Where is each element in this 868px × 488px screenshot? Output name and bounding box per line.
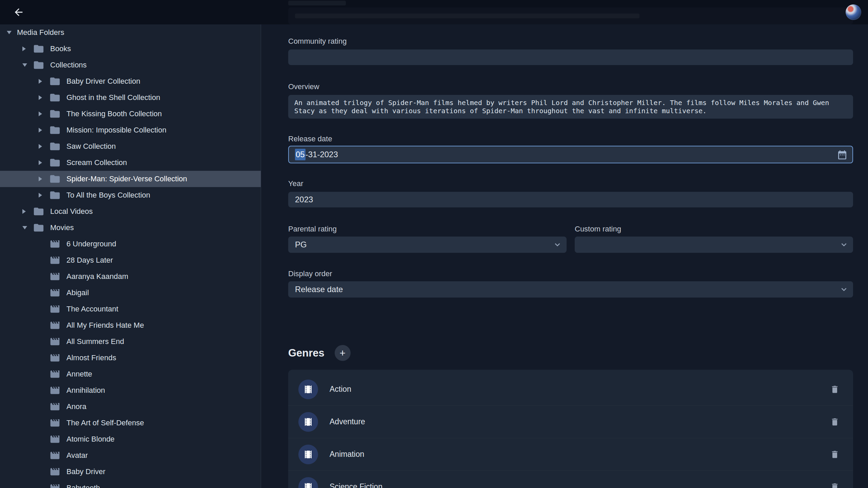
folder-icon (49, 173, 61, 185)
movie-icon (49, 384, 61, 396)
delete-genre-button[interactable] (829, 416, 841, 428)
folder-icon (49, 189, 61, 201)
custom-rating-select[interactable] (575, 237, 853, 253)
tree-item[interactable]: Spider-Man: Spider-Verse Collection (0, 171, 261, 187)
add-genre-button[interactable]: + (335, 345, 351, 361)
tree-item[interactable]: The Art of Self-Defense (0, 415, 261, 431)
tree-item[interactable]: All My Friends Hate Me (0, 317, 261, 333)
tree-item[interactable]: Avatar (0, 447, 261, 464)
genre-label: Action (330, 385, 829, 394)
tree-item[interactable]: To All the Boys Collection (0, 187, 261, 203)
genres-header: Genres + (288, 345, 853, 361)
app-header (0, 0, 868, 24)
arrow-left-icon (13, 6, 24, 18)
tree-item[interactable]: Annette (0, 366, 261, 382)
movie-icon (49, 449, 61, 462)
genres-list: Action Adventure Animation Science Ficti… (288, 370, 853, 488)
expand-caret-icon[interactable] (39, 193, 49, 198)
community-rating-label: Community rating (288, 37, 853, 46)
expand-caret-icon[interactable] (39, 111, 49, 116)
expand-caret-icon[interactable] (7, 31, 17, 34)
calendar-icon[interactable] (837, 149, 848, 162)
theaters-icon (298, 445, 318, 464)
movie-icon (49, 287, 61, 299)
genres-heading: Genres (288, 347, 324, 360)
tree-item[interactable]: Mission: Impossible Collection (0, 122, 261, 138)
tree-item[interactable]: All Summers End (0, 333, 261, 350)
genre-row: Animation (288, 438, 853, 471)
expand-caret-icon[interactable] (39, 160, 49, 165)
tree-item[interactable]: Scream Collection (0, 155, 261, 171)
tree-item[interactable]: Ghost in the Shell Collection (0, 89, 261, 106)
tree-item[interactable]: Babyteeth (0, 480, 261, 488)
tree-item[interactable]: The Accountant (0, 301, 261, 317)
folder-icon (49, 157, 61, 169)
expand-caret-icon[interactable] (39, 177, 49, 181)
genre-label: Science Fiction (330, 482, 829, 488)
tree-item[interactable]: Aaranya Kaandam (0, 268, 261, 285)
release-date-input[interactable]: 05-31-2023 (288, 146, 853, 163)
community-rating-input[interactable] (288, 49, 853, 65)
tree-item-label: Annihilation (66, 386, 105, 395)
tree-item[interactable]: Annihilation (0, 382, 261, 399)
tree-item-label: Atomic Blonde (66, 435, 115, 444)
movie-icon (49, 368, 61, 380)
delete-genre-button[interactable] (829, 383, 841, 395)
movie-icon (49, 401, 61, 413)
delete-genre-button[interactable] (829, 481, 841, 488)
tree-item-label: Scream Collection (66, 158, 127, 167)
tree-item[interactable]: Baby Driver Collection (0, 73, 261, 89)
back-button[interactable] (12, 5, 26, 19)
tree-item[interactable]: Movies (0, 220, 261, 236)
tree-item-label: Ghost in the Shell Collection (66, 93, 160, 102)
tree-item[interactable]: Almost Friends (0, 350, 261, 366)
tree-item[interactable]: The Kissing Booth Collection (0, 106, 261, 122)
display-order-select[interactable]: Release date (288, 281, 853, 298)
tree-item[interactable]: 6 Underground (0, 236, 261, 252)
tree-item[interactable]: Anora (0, 399, 261, 415)
year-input[interactable] (288, 192, 853, 207)
movie-icon (49, 482, 61, 488)
movie-icon (49, 303, 61, 315)
expand-caret-icon[interactable] (22, 226, 33, 229)
overview-textarea[interactable]: An animated trilogy of Spider-Man films … (288, 95, 853, 119)
tree-item[interactable]: Local Videos (0, 203, 261, 220)
expand-caret-icon[interactable] (22, 209, 33, 214)
tree-item[interactable]: Collections (0, 57, 261, 73)
parental-rating-select[interactable]: PG (288, 237, 567, 253)
genre-label: Animation (330, 450, 829, 459)
theaters-icon (298, 380, 318, 399)
folder-icon (49, 140, 61, 152)
ratings-row: Parental rating PG Custom rating (288, 224, 853, 253)
movie-icon (49, 319, 61, 331)
movie-icon (49, 238, 61, 250)
tree-item[interactable]: Abigail (0, 285, 261, 301)
tree-item-label: 6 Underground (66, 240, 116, 248)
tree-item[interactable]: Atomic Blonde (0, 431, 261, 447)
expand-caret-icon[interactable] (39, 128, 49, 133)
tree-item-label: To All the Boys Collection (66, 191, 150, 200)
folder-icon (33, 222, 45, 234)
tree-item[interactable]: Media Folders (0, 24, 261, 41)
expand-caret-icon[interactable] (39, 95, 49, 100)
user-avatar[interactable] (846, 4, 861, 20)
tree-item-label: Aaranya Kaandam (66, 272, 128, 281)
parental-rating-label: Parental rating (288, 224, 567, 234)
expand-caret-icon[interactable] (39, 79, 49, 84)
tree-item[interactable]: Books (0, 41, 261, 57)
tree-item[interactable]: Baby Driver (0, 464, 261, 480)
folder-icon (49, 92, 61, 104)
expand-caret-icon[interactable] (22, 63, 33, 67)
overview-label: Overview (288, 82, 853, 92)
tree-item[interactable]: 28 Days Later (0, 252, 261, 268)
theaters-icon (298, 412, 318, 432)
delete-genre-button[interactable] (829, 448, 841, 461)
tree-item[interactable]: Saw Collection (0, 138, 261, 155)
plus-icon: + (340, 348, 346, 358)
expand-caret-icon[interactable] (39, 144, 49, 149)
tree-item-label: Media Folders (17, 28, 64, 37)
tree-item-label: Saw Collection (66, 142, 116, 151)
expand-caret-icon[interactable] (22, 46, 33, 51)
chevron-down-icon (840, 285, 848, 296)
folder-icon (49, 108, 61, 120)
